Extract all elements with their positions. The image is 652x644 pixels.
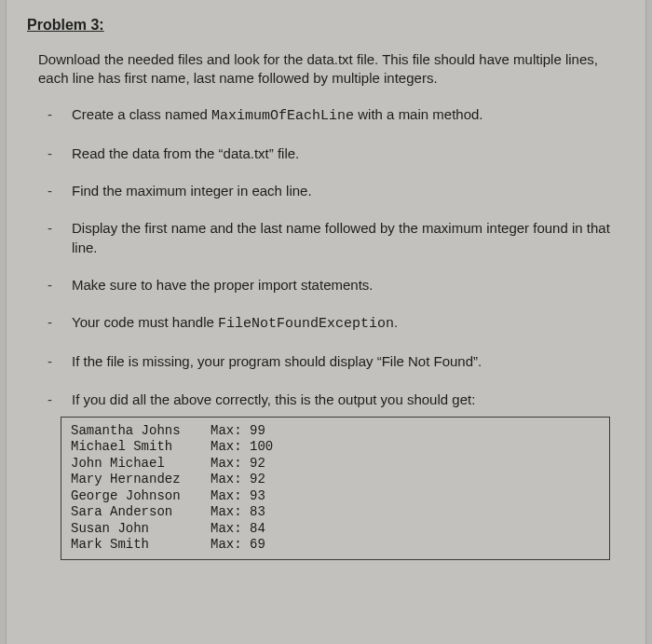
- output-row: Samantha Johns Max: 99: [71, 423, 600, 440]
- output-name: Susan John: [71, 521, 211, 538]
- bullet-item: - Create a class named MaximumOfEachLine…: [48, 105, 623, 126]
- problem-title: Problem 3:: [27, 17, 623, 34]
- bullet-dash: -: [48, 144, 72, 163]
- output-max: Max: 83: [211, 504, 265, 521]
- bullet-item: - If you did all the above correctly, th…: [48, 391, 623, 409]
- bullet-list: - Create a class named MaximumOfEachLine…: [48, 105, 623, 409]
- bullet-item: - If the file is missing, your program s…: [48, 352, 623, 371]
- bullet-dash: -: [48, 276, 72, 295]
- output-max: Max: 92: [211, 456, 265, 473]
- bullet-text: Find the maximum integer in each line.: [72, 182, 312, 200]
- output-row: John Michael Max: 92: [71, 456, 600, 473]
- bullet-dash: -: [48, 182, 72, 200]
- output-max: Max: 100: [211, 439, 273, 456]
- output-max: Max: 92: [211, 472, 265, 488]
- bullet-item: - Make sure to have the proper import st…: [48, 276, 623, 295]
- bullet-text: Create a class named MaximumOfEachLine w…: [72, 105, 483, 126]
- code-inline: FileNotFoundException: [218, 316, 394, 332]
- expected-output-box: Samantha Johns Max: 99 Michael Smith Max…: [61, 417, 610, 560]
- bullet-item: - Your code must handle FileNotFoundExce…: [48, 313, 623, 334]
- text-part: Create a class named: [72, 106, 211, 122]
- bullet-dash: -: [48, 391, 72, 409]
- output-row: Sara Anderson Max: 83: [71, 504, 600, 521]
- output-row: Susan John Max: 84: [71, 521, 600, 538]
- output-name: Samantha Johns: [71, 423, 211, 440]
- bullet-text: If you did all the above correctly, this…: [72, 391, 475, 409]
- output-max: Max: 99: [211, 423, 265, 440]
- output-row: Michael Smith Max: 100: [71, 439, 600, 456]
- bullet-dash: -: [48, 219, 72, 238]
- bullet-text: If the file is missing, your program sho…: [72, 352, 482, 371]
- output-max: Max: 84: [211, 521, 265, 538]
- bullet-item: - Read the data from the “data.txt” file…: [48, 144, 623, 163]
- output-row: Mary Hernandez Max: 92: [71, 472, 600, 488]
- text-part: Your code must handle: [72, 314, 218, 330]
- intro-paragraph: Download the needed files and look for t…: [38, 50, 619, 89]
- output-row: Mark Smith Max: 69: [71, 537, 600, 554]
- bullet-text: Read the data from the “data.txt” file.: [72, 144, 299, 163]
- page: Problem 3: Download the needed files and…: [6, 0, 646, 644]
- output-name: John Michael: [71, 456, 211, 473]
- output-max: Max: 69: [211, 537, 265, 554]
- bullet-dash: -: [48, 352, 72, 371]
- output-name: Sara Anderson: [71, 504, 211, 521]
- code-inline: MaximumOfEachLine: [211, 108, 354, 124]
- text-part: .: [394, 314, 398, 330]
- bullet-item: - Display the first name and the last na…: [48, 219, 623, 257]
- bullet-item: - Find the maximum integer in each line.: [48, 182, 623, 200]
- bullet-text: Make sure to have the proper import stat…: [72, 276, 374, 295]
- output-name: Mark Smith: [71, 537, 211, 554]
- bullet-dash: -: [48, 105, 72, 124]
- output-name: George Johnson: [71, 488, 211, 505]
- text-part: with a main method.: [354, 106, 482, 122]
- bullet-text: Your code must handle FileNotFoundExcept…: [72, 313, 398, 334]
- output-name: Mary Hernandez: [71, 472, 211, 488]
- output-name: Michael Smith: [71, 439, 211, 456]
- bullet-dash: -: [48, 313, 72, 332]
- output-row: George Johnson Max: 93: [71, 488, 600, 505]
- output-max: Max: 93: [211, 488, 265, 505]
- bullet-text: Display the first name and the last name…: [72, 219, 623, 257]
